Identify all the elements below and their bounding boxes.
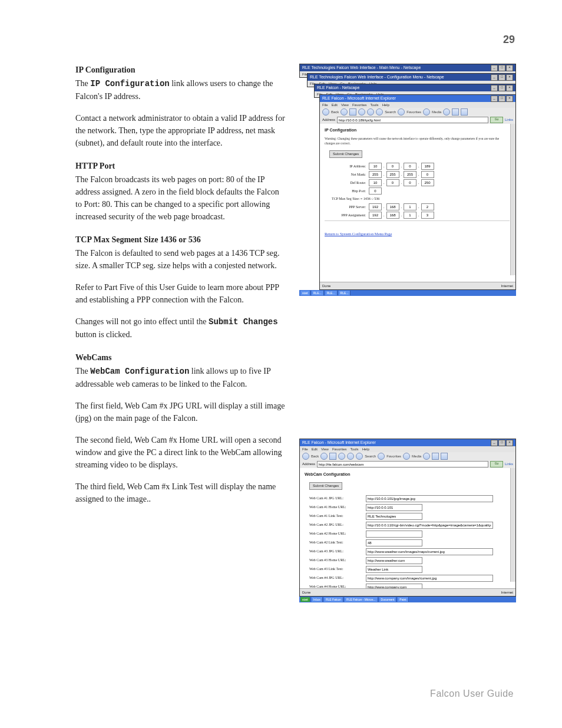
close-icon[interactable]: × bbox=[506, 65, 513, 71]
start-button[interactable]: start bbox=[300, 597, 310, 602]
media-icon[interactable] bbox=[423, 108, 430, 116]
favorites-label: Favorites bbox=[386, 454, 401, 459]
back-icon[interactable] bbox=[322, 108, 329, 116]
go-button[interactable]: Go bbox=[490, 117, 503, 123]
address-input[interactable] bbox=[317, 461, 488, 467]
close-icon[interactable]: × bbox=[506, 85, 513, 91]
pppserver-octet-1[interactable] bbox=[369, 203, 382, 210]
route-octet-3[interactable] bbox=[404, 179, 416, 186]
search-label: Search bbox=[365, 454, 376, 459]
minimize-icon[interactable]: _ bbox=[491, 440, 498, 446]
close-icon[interactable]: × bbox=[506, 74, 513, 81]
task-item[interactable]: RLE... bbox=[339, 291, 351, 295]
route-octet-2[interactable] bbox=[386, 179, 399, 186]
address-label: Address bbox=[302, 462, 315, 467]
webcam-input[interactable] bbox=[366, 522, 493, 529]
media-label: Media bbox=[432, 110, 441, 115]
history-icon[interactable] bbox=[443, 108, 450, 116]
pppserver-octet-2[interactable] bbox=[386, 203, 399, 210]
window-title: RLE Falcon - Microsoft Internet Explorer bbox=[322, 95, 396, 102]
maximize-icon[interactable]: □ bbox=[498, 85, 505, 91]
close-icon[interactable]: × bbox=[506, 440, 513, 446]
print-icon[interactable] bbox=[441, 453, 448, 460]
minimize-icon[interactable]: _ bbox=[491, 74, 498, 81]
toolbar[interactable]: Back Search Favorites Media bbox=[320, 108, 515, 116]
webcam-input[interactable] bbox=[366, 504, 422, 511]
task-item[interactable]: RLE Falcon bbox=[324, 597, 343, 602]
webcam-input[interactable] bbox=[366, 557, 422, 564]
toolbar[interactable]: Back Search Favorites Media bbox=[300, 452, 515, 460]
task-item[interactable]: start bbox=[300, 291, 310, 295]
favorites-icon[interactable] bbox=[398, 108, 405, 116]
task-item[interactable]: Paint bbox=[398, 597, 408, 602]
forward-icon[interactable] bbox=[340, 108, 348, 116]
status-bar: Done Internet bbox=[300, 588, 515, 596]
webcam-input[interactable] bbox=[366, 566, 422, 573]
task-item[interactable]: RLE Falcon - Micros... bbox=[345, 597, 378, 602]
webcam-input[interactable] bbox=[366, 513, 422, 520]
mask-octet-2[interactable] bbox=[386, 171, 399, 178]
links-button[interactable]: Links bbox=[505, 117, 513, 123]
forward-icon[interactable] bbox=[320, 453, 328, 460]
favorites-icon[interactable] bbox=[378, 453, 385, 460]
webcam-input[interactable] bbox=[366, 539, 422, 546]
ip-octet-4[interactable] bbox=[421, 163, 434, 170]
return-link[interactable]: Return to System Configuration Menu Page bbox=[325, 231, 392, 237]
ip-octet-3[interactable] bbox=[404, 163, 416, 170]
ip-octet-2[interactable] bbox=[386, 163, 399, 170]
home-icon[interactable] bbox=[367, 108, 374, 116]
pppserver-octet-4[interactable] bbox=[421, 203, 434, 210]
task-item[interactable]: Document bbox=[379, 597, 397, 602]
minimize-icon[interactable]: _ bbox=[491, 95, 498, 102]
history-icon[interactable] bbox=[423, 453, 430, 460]
webcam-input[interactable] bbox=[366, 531, 422, 538]
mask-octet-4[interactable] bbox=[421, 171, 434, 178]
search-icon[interactable] bbox=[356, 453, 363, 460]
submit-changes-button[interactable]: Submit Changes bbox=[309, 482, 342, 490]
webcam-input[interactable] bbox=[366, 575, 493, 582]
webcam-input[interactable] bbox=[366, 548, 493, 555]
links-button[interactable]: Links bbox=[505, 462, 513, 467]
refresh-icon[interactable] bbox=[338, 453, 345, 460]
scrollbar[interactable] bbox=[510, 124, 515, 275]
stop-icon[interactable] bbox=[329, 453, 336, 460]
home-icon[interactable] bbox=[347, 453, 354, 460]
menubar[interactable]: FileEditViewFavoritesToolsHelp bbox=[300, 446, 515, 452]
mask-octet-3[interactable] bbox=[404, 171, 416, 178]
stop-icon[interactable] bbox=[349, 108, 356, 116]
back-icon[interactable] bbox=[302, 453, 309, 460]
minimize-icon[interactable]: _ bbox=[491, 65, 498, 71]
task-item[interactable]: Inbox bbox=[312, 597, 323, 602]
route-octet-1[interactable] bbox=[369, 179, 382, 186]
refresh-icon[interactable] bbox=[358, 108, 365, 116]
http-port-input[interactable] bbox=[369, 187, 382, 195]
print-icon[interactable] bbox=[461, 108, 468, 116]
address-input[interactable] bbox=[337, 117, 488, 123]
maximize-icon[interactable]: □ bbox=[498, 65, 505, 71]
minimize-icon[interactable]: _ bbox=[491, 85, 498, 91]
maximize-icon[interactable]: □ bbox=[498, 95, 505, 102]
pppassign-octet-1[interactable] bbox=[369, 212, 382, 219]
scrollbar[interactable] bbox=[510, 468, 515, 582]
submit-changes-button[interactable]: Submit Changes bbox=[329, 150, 362, 158]
close-icon[interactable]: × bbox=[506, 95, 513, 102]
maximize-icon[interactable]: □ bbox=[498, 74, 505, 81]
task-item[interactable]: RLE... bbox=[312, 291, 324, 295]
ip-octet-1[interactable] bbox=[369, 163, 382, 170]
media-icon[interactable] bbox=[403, 453, 410, 460]
pppassign-octet-4[interactable] bbox=[421, 212, 434, 219]
menubar[interactable]: FileEditViewFavoritesToolsHelp bbox=[320, 102, 515, 108]
go-button[interactable]: Go bbox=[490, 461, 503, 467]
maximize-icon[interactable]: □ bbox=[498, 440, 505, 446]
task-item[interactable]: RLE... bbox=[325, 291, 338, 295]
route-octet-4[interactable] bbox=[421, 179, 434, 186]
webcam-label: Web Cam #2 JPG URL: bbox=[309, 522, 364, 528]
mask-octet-1[interactable] bbox=[369, 171, 382, 178]
search-icon[interactable] bbox=[376, 108, 383, 116]
pppassign-octet-3[interactable] bbox=[404, 212, 416, 219]
webcam-input[interactable] bbox=[366, 495, 493, 502]
mail-icon[interactable] bbox=[452, 108, 459, 116]
pppassign-octet-2[interactable] bbox=[386, 212, 399, 219]
mail-icon[interactable] bbox=[432, 453, 439, 460]
pppserver-octet-3[interactable] bbox=[404, 203, 416, 210]
